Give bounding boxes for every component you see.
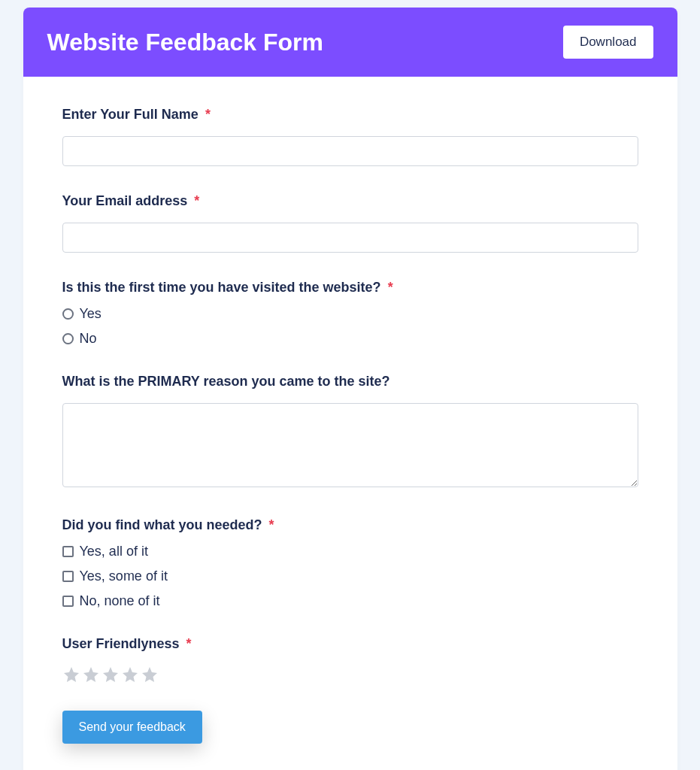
form-body: Enter Your Full Name * Your Email addres… [23,77,677,770]
first-time-options: Yes No [62,306,638,347]
checkbox-option-none[interactable]: No, none of it [62,593,638,609]
checkbox-option-some[interactable]: Yes, some of it [62,568,638,584]
label-text: What is the PRIMARY reason you came to t… [62,374,390,389]
form-container: Website Feedback Form Download Enter You… [23,8,677,770]
required-marker: * [388,280,393,295]
form-title: Website Feedback Form [47,29,324,56]
star-icon[interactable] [82,665,100,684]
field-user-friendly: User Friendlyness * [62,636,638,684]
found-needed-options: Yes, all of it Yes, some of it No, none … [62,544,638,609]
email-input[interactable] [62,223,638,253]
radio-option-no[interactable]: No [62,331,638,347]
field-email: Your Email address * [62,193,638,253]
radio-icon [62,333,74,344]
field-first-time: Is this the first time you have visited … [62,280,638,347]
primary-reason-textarea[interactable] [62,403,638,487]
download-button[interactable]: Download [563,26,653,59]
option-label: Yes, all of it [80,544,148,559]
required-marker: * [205,107,211,122]
option-label: No, none of it [80,593,160,609]
checkbox-icon [62,546,74,557]
full-name-input[interactable] [62,136,638,166]
required-marker: * [194,193,199,208]
star-icon[interactable] [102,665,120,684]
label-text: Your Email address [62,193,188,208]
form-header: Website Feedback Form Download [23,8,677,77]
star-icon[interactable] [121,665,139,684]
checkbox-option-all[interactable]: Yes, all of it [62,544,638,559]
label-text: User Friendlyness [62,636,180,651]
star-icon[interactable] [62,665,80,684]
email-label: Your Email address * [62,193,638,209]
radio-option-yes[interactable]: Yes [62,306,638,322]
checkbox-icon [62,571,74,582]
submit-button[interactable]: Send your feedback [62,711,202,744]
found-needed-label: Did you find what you needed? * [62,517,638,533]
checkbox-icon [62,596,74,607]
option-label: Yes [80,306,102,322]
field-primary-reason: What is the PRIMARY reason you came to t… [62,374,638,490]
user-friendly-label: User Friendlyness * [62,636,638,652]
field-full-name: Enter Your Full Name * [62,107,638,166]
star-icon[interactable] [141,665,159,684]
radio-icon [62,308,74,320]
label-text: Did you find what you needed? [62,517,262,532]
field-found-needed: Did you find what you needed? * Yes, all… [62,517,638,609]
option-label: Yes, some of it [80,568,168,584]
star-rating [62,665,638,684]
label-text: Is this the first time you have visited … [62,280,381,295]
option-label: No [80,331,97,347]
required-marker: * [186,636,192,651]
first-time-label: Is this the first time you have visited … [62,280,638,296]
primary-reason-label: What is the PRIMARY reason you came to t… [62,374,638,390]
full-name-label: Enter Your Full Name * [62,107,638,123]
label-text: Enter Your Full Name [62,107,198,122]
required-marker: * [269,517,274,532]
